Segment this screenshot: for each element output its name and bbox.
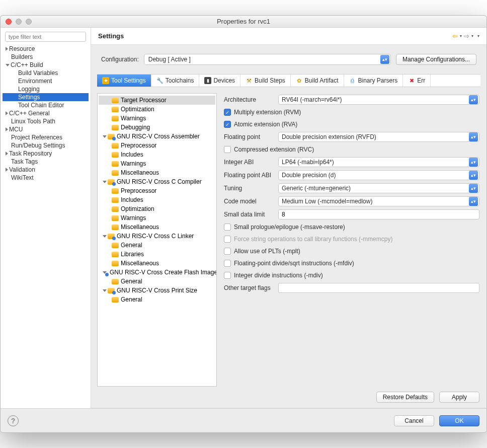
tool-tree-target-processor[interactable]: Target Processor [99, 96, 215, 105]
tool-tree-warnings[interactable]: Warnings [99, 114, 215, 123]
tab-tool-settings[interactable]: ✦Tool Settings [97, 74, 151, 87]
atomic-checkbox[interactable]: ✓Atomic extension (RVA) [224, 118, 479, 130]
folder-icon [112, 143, 119, 148]
compressed-checkbox[interactable]: Compressed extension (RVC) [224, 143, 479, 156]
nav-item-settings[interactable]: Settings [3, 93, 89, 101]
tool-icon [108, 134, 115, 139]
apply-button[interactable]: Apply [439, 392, 479, 403]
tool-tree-gnu-risc-v-cross-print-size[interactable]: GNU RISC-V Cross Print Size [99, 286, 215, 295]
tab-build-artifact[interactable]: ✿Build Artifact [291, 74, 344, 87]
code-model-label: Code model [224, 198, 274, 205]
tool-tree-miscellaneous[interactable]: Miscellaneous [99, 168, 215, 177]
tab-err[interactable]: ✖Err [403, 74, 431, 87]
disclosure-icon [6, 127, 8, 131]
tool-tree-debugging[interactable]: Debugging [99, 123, 215, 132]
small-data-input[interactable] [278, 209, 479, 219]
nav-item-tool-chain-editor[interactable]: Tool Chain Editor [3, 101, 89, 109]
tool-settings-tree: Target ProcessorOptimizationWarningsDebu… [97, 93, 217, 387]
forward-icon[interactable]: ⇨ [464, 32, 469, 40]
disclosure-icon [103, 289, 107, 292]
window-title: Properties for rvc1 [1, 18, 486, 25]
nav-item-validation[interactable]: Validation [3, 166, 89, 174]
tool-tree-general[interactable]: General [99, 295, 215, 304]
folder-icon [112, 243, 119, 248]
properties-window: Properties for rvc1 ResourceBuildersC/C+… [0, 15, 487, 433]
tab-binary-parsers[interactable]: ⎙Binary Parsers [344, 74, 403, 87]
nav-item-wikitext[interactable]: WikiText [3, 174, 89, 182]
tuning-select[interactable]: Generic (-mtune=generic)▴▾ [278, 183, 479, 193]
ok-button[interactable]: OK [439, 415, 479, 426]
tool-tree-warnings[interactable]: Warnings [99, 213, 215, 222]
other-flags-input[interactable] [278, 283, 479, 293]
folder-icon [112, 116, 119, 121]
plt-checkbox[interactable]: Allow use of PLTs (-mplt) [224, 245, 479, 257]
folder-icon [112, 261, 119, 266]
tool-tree-gnu-risc-v-cross-c-linker[interactable]: GNU RISC-V Cross C Linker [99, 232, 215, 241]
back-icon[interactable]: ⇦ [452, 32, 458, 40]
nav-item-run-debug-settings[interactable]: Run/Debug Settings [3, 141, 89, 150]
nav-item-project-references[interactable]: Project References [3, 133, 89, 141]
architecture-select[interactable]: RV64I (-march=rv64i*)▴▾ [278, 95, 479, 105]
wrench-icon: 🔧 [156, 77, 164, 84]
integer-abi-label: Integer ABI [224, 159, 274, 166]
disclosure-icon [103, 181, 107, 183]
multiply-checkbox[interactable]: ✓Multiply extension (RVM) [224, 106, 479, 118]
nav-item-logging[interactable]: Logging [3, 85, 89, 93]
configuration-select[interactable]: Debug [ Active ] ▴▾ [144, 54, 391, 65]
floating-point-select[interactable]: Double precision extension (RVFD)▴▾ [278, 132, 479, 142]
prologue-checkbox[interactable]: Small prologue/epilogue (-msave-restore) [224, 221, 479, 233]
small-data-label: Small data limit [224, 211, 274, 218]
view-menu-icon[interactable]: ▾ [477, 34, 479, 38]
folder-icon [112, 125, 119, 130]
tab-build-steps[interactable]: ⚒Build Steps [240, 74, 291, 87]
mdiv-checkbox[interactable]: Integer divide instructions (-mdiv) [224, 269, 479, 281]
code-model-select[interactable]: Medium Low (-mcmodel=medlow)▴▾ [278, 196, 479, 206]
tool-tree-optimization[interactable]: Optimization [99, 204, 215, 213]
help-icon[interactable]: ? [8, 415, 19, 426]
nav-item-build-variables[interactable]: Build Variables [3, 69, 89, 77]
tools-icon: ✦ [102, 77, 109, 84]
nav-item-builders[interactable]: Builders [3, 53, 89, 61]
tool-tree-preprocessor[interactable]: Preprocessor [99, 141, 215, 150]
cancel-button[interactable]: Cancel [394, 415, 434, 426]
forward-menu-icon[interactable]: ▾ [471, 34, 473, 38]
nav-item-linux-tools-path[interactable]: Linux Tools Path [3, 117, 89, 125]
tool-tree-warnings[interactable]: Warnings [99, 159, 215, 168]
nav-item-resource[interactable]: Resource [3, 45, 89, 53]
tool-tree-general[interactable]: General [99, 241, 215, 250]
tool-tree-miscellaneous[interactable]: Miscellaneous [99, 222, 215, 232]
target-processor-form: Architecture RV64I (-march=rv64i*)▴▾ ✓Mu… [222, 93, 480, 387]
filter-input[interactable] [5, 32, 86, 42]
nav-item-c-c-general[interactable]: C/C++ General [3, 109, 89, 117]
memcpy-checkbox: Force string operations to call library … [224, 233, 479, 245]
dropdown-icon: ▴▾ [380, 55, 389, 64]
integer-abi-select[interactable]: LP64 (-mabi=lp64*)▴▾ [278, 157, 479, 167]
nav-item-mcu[interactable]: MCU [3, 125, 89, 133]
nav-item-environment[interactable]: Environment [3, 77, 89, 85]
disclosure-icon [6, 152, 8, 156]
restore-defaults-button[interactable]: Restore Defaults [376, 392, 434, 403]
tool-tree-miscellaneous[interactable]: Miscellaneous [99, 259, 215, 268]
tool-tree-gnu-risc-v-cross-create-flash-image[interactable]: GNU RISC-V Cross Create Flash Image [99, 268, 215, 277]
tab-toolchains[interactable]: 🔧Toolchains [151, 74, 200, 87]
tool-tree-gnu-risc-v-cross-assembler[interactable]: GNU RISC-V Cross Assembler [99, 132, 215, 141]
tool-tree-general[interactable]: General [99, 277, 215, 286]
configuration-label: Configuration: [101, 56, 139, 63]
nav-item-task-tags[interactable]: Task Tags [3, 158, 89, 166]
tab-devices[interactable]: ▮Devices [199, 74, 240, 87]
manage-configurations-button[interactable]: Manage Configurations... [396, 54, 476, 65]
nav-item-task-repository[interactable]: Task Repository [3, 150, 89, 158]
tool-tree-includes[interactable]: Includes [99, 150, 215, 159]
architecture-label: Architecture [224, 96, 274, 103]
tool-tree-optimization[interactable]: Optimization [99, 105, 215, 114]
disclosure-icon [6, 47, 8, 51]
back-menu-icon[interactable]: ▾ [460, 34, 462, 38]
floating-abi-select[interactable]: Double precision (d)▴▾ [278, 170, 479, 180]
left-nav-tree: ResourceBuildersC/C++ BuildBuild Variabl… [1, 28, 91, 408]
tool-tree-libraries[interactable]: Libraries [99, 250, 215, 259]
tool-tree-gnu-risc-v-cross-c-compiler[interactable]: GNU RISC-V Cross C Compiler [99, 177, 215, 186]
nav-item-c-c-build[interactable]: C/C++ Build [3, 61, 89, 69]
fdiv-checkbox[interactable]: Floating-point divide/sqrt instructions … [224, 257, 479, 269]
tool-tree-includes[interactable]: Includes [99, 195, 215, 204]
tool-tree-preprocessor[interactable]: Preprocessor [99, 186, 215, 195]
